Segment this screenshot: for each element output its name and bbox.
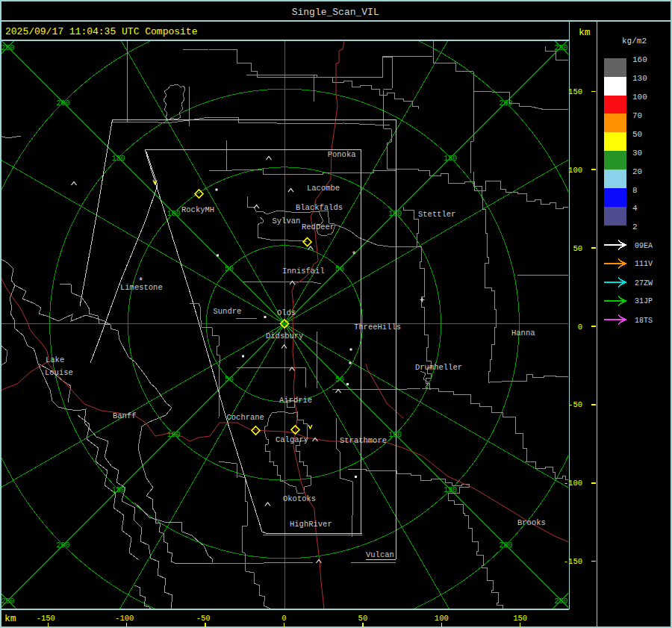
- svg-text:Innisfail: Innisfail: [282, 267, 325, 276]
- svg-text:Airdrie: Airdrie: [279, 396, 312, 405]
- svg-text:Lake: Lake: [46, 355, 64, 364]
- svg-text:-50: -50: [568, 400, 582, 409]
- svg-text:150: 150: [444, 155, 457, 163]
- svg-text:Didsbury: Didsbury: [266, 332, 303, 341]
- svg-text:50: 50: [632, 130, 642, 139]
- svg-text:Banff: Banff: [113, 411, 137, 420]
- svg-text:100: 100: [435, 614, 449, 623]
- svg-text:150: 150: [513, 614, 527, 623]
- svg-text:111V: 111V: [635, 260, 653, 268]
- svg-text:Single_Scan_VIL: Single_Scan_VIL: [292, 7, 379, 18]
- svg-text:Calgary: Calgary: [276, 435, 308, 444]
- svg-text:0: 0: [281, 614, 286, 623]
- svg-text:70: 70: [632, 111, 642, 120]
- svg-text:27ZW: 27ZW: [635, 279, 653, 287]
- svg-text:100: 100: [167, 431, 181, 439]
- svg-text:-50: -50: [196, 614, 211, 623]
- svg-text:-150: -150: [564, 557, 582, 566]
- svg-text:Okotoks: Okotoks: [283, 494, 316, 503]
- svg-text:Olds: Olds: [277, 308, 296, 317]
- svg-text:130: 130: [632, 74, 647, 83]
- svg-text:km: km: [579, 27, 591, 38]
- svg-text:Sundre: Sundre: [214, 307, 242, 316]
- svg-text:50: 50: [335, 265, 344, 273]
- svg-text:09EA: 09EA: [635, 242, 653, 250]
- svg-text:50: 50: [358, 614, 368, 623]
- svg-text:Vulcan: Vulcan: [366, 550, 394, 559]
- svg-text:250: 250: [554, 597, 567, 606]
- svg-text:-150: -150: [37, 614, 55, 623]
- svg-text:RockyMH: RockyMH: [181, 205, 214, 214]
- svg-text:Louise: Louise: [45, 368, 73, 377]
- svg-text:Stettler: Stettler: [418, 210, 455, 219]
- svg-text:100: 100: [388, 431, 402, 439]
- svg-text:250: 250: [1, 597, 14, 606]
- svg-text:150: 150: [112, 155, 125, 163]
- svg-text:100: 100: [167, 210, 181, 218]
- svg-text:Drumheller: Drumheller: [415, 363, 462, 372]
- svg-text:Strathmore: Strathmore: [340, 436, 387, 445]
- svg-text:Ponoka: Ponoka: [328, 150, 356, 159]
- svg-text:50: 50: [335, 376, 344, 384]
- svg-text:Limestone: Limestone: [120, 283, 163, 292]
- svg-text:20: 20: [632, 167, 642, 176]
- svg-text:30: 30: [632, 149, 642, 158]
- svg-text:0: 0: [578, 323, 582, 332]
- svg-text:km: km: [4, 613, 16, 624]
- svg-text:18TS: 18TS: [635, 317, 653, 325]
- svg-text:Lacombe: Lacombe: [307, 184, 340, 193]
- svg-text:2025/09/17 11:04:35 UTC Compos: 2025/09/17 11:04:35 UTC Composite: [5, 26, 197, 37]
- svg-text:250: 250: [1, 44, 14, 52]
- svg-text:150: 150: [112, 486, 125, 494]
- svg-text:-100: -100: [115, 614, 134, 623]
- svg-text:200: 200: [57, 99, 70, 108]
- svg-text:ThreeHills: ThreeHills: [354, 323, 401, 332]
- svg-text:100: 100: [568, 166, 582, 175]
- svg-text:Hanna: Hanna: [511, 329, 535, 338]
- svg-text:8: 8: [632, 186, 638, 195]
- svg-text:100: 100: [632, 93, 647, 102]
- svg-text:200: 200: [499, 99, 512, 108]
- svg-text:200: 200: [499, 541, 512, 550]
- svg-text:*: *: [351, 250, 356, 261]
- svg-text:-100: -100: [564, 479, 582, 488]
- svg-text:4: 4: [632, 204, 638, 213]
- svg-text:160: 160: [632, 55, 647, 64]
- svg-text:50: 50: [225, 265, 234, 273]
- svg-text:50: 50: [573, 244, 582, 253]
- svg-text:Cochrane: Cochrane: [227, 413, 264, 422]
- svg-text:31JP: 31JP: [635, 297, 653, 305]
- svg-text:150: 150: [444, 486, 457, 494]
- svg-text:Brooks: Brooks: [517, 518, 546, 527]
- svg-text:250: 250: [554, 44, 567, 52]
- svg-text:50: 50: [225, 376, 234, 384]
- svg-text:200: 200: [57, 541, 70, 550]
- svg-text:Sylvan: Sylvan: [273, 217, 301, 226]
- svg-text:150: 150: [568, 87, 582, 96]
- svg-text:RedDeer: RedDeer: [302, 223, 335, 231]
- svg-text:2: 2: [632, 223, 638, 231]
- svg-text:kg/m2: kg/m2: [622, 37, 647, 46]
- svg-text:HighRiver: HighRiver: [290, 520, 332, 529]
- svg-text:100: 100: [388, 210, 402, 218]
- svg-text:Blackfalds: Blackfalds: [296, 203, 343, 212]
